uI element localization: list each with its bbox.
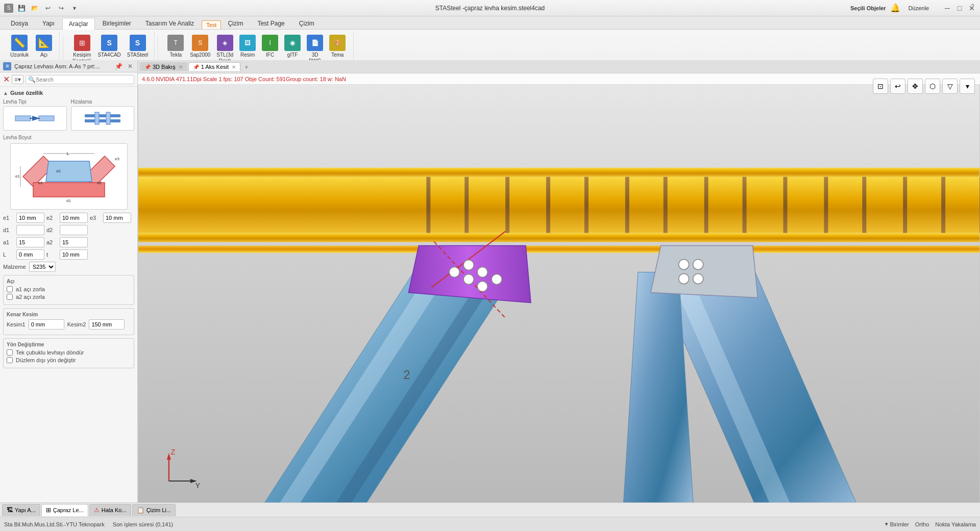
panel-pin-btn[interactable]: 📌 [113, 62, 124, 70]
tab-test-highlight[interactable]: Test [202, 20, 221, 29]
tab-testpage[interactable]: Test Page [251, 17, 291, 29]
minimize-button[interactable]: ─ [943, 4, 951, 12]
edit-label[interactable]: Düzenle [909, 5, 929, 11]
filter-expand-btn[interactable]: ▾ [960, 79, 975, 94]
btn-ifc[interactable]: I IFC [260, 34, 280, 59]
btn-sap2000[interactable]: S Sap2000 [188, 34, 212, 59]
a1-input[interactable] [16, 237, 44, 247]
ortho-status[interactable]: Ortho [915, 521, 929, 527]
undo-quickaccess[interactable]: ↩ [43, 3, 53, 13]
viewport[interactable]: 4.6.0 NVIDIA 471.11Dpi Scale 1 fps: 107 … [138, 73, 980, 517]
selected-objects-label: Seçili Objeler [850, 5, 886, 11]
duzlem-disi-checkbox[interactable] [7, 357, 13, 363]
a1-aci-zorla-checkbox[interactable] [7, 286, 13, 292]
tab-araclar[interactable]: Araçlar [62, 18, 95, 30]
L-input[interactable] [16, 249, 44, 260]
birimler-status[interactable]: ▾ Birimler [885, 521, 909, 527]
btn-stasteel[interactable]: S STASteel [125, 34, 151, 59]
redo-quickaccess[interactable]: ↪ [56, 3, 66, 13]
svg-point-60 [693, 274, 703, 284]
maximize-button[interactable]: □ [955, 4, 964, 12]
svg-rect-29 [584, 177, 589, 233]
tab-3d-close[interactable]: ✕ [179, 64, 183, 70]
bottom-tab-yapi[interactable]: 🏗 Yapı A... [2, 504, 40, 516]
panel-header: ⊞ Çapraz Levhası Asm: A-As ? prt:... 📌 ✕ [0, 60, 137, 72]
section-guse-ozellik[interactable]: ▲ Guse özellik [3, 90, 134, 96]
options-btn[interactable]: ≡▾ [12, 75, 23, 84]
tek-cubuklu-checkbox[interactable] [7, 349, 13, 356]
btn-aci[interactable]: 📐 Açı [33, 34, 55, 59]
bottom-tab-hata[interactable]: ⚠ Hata Ko... [89, 504, 131, 516]
svg-rect-35 [824, 177, 828, 233]
search-icon: 🔍 [28, 76, 36, 83]
new-tab-btn[interactable]: + [241, 62, 252, 72]
hizalama-col: Hizalama [71, 99, 135, 131]
kesim1-input[interactable] [29, 319, 64, 330]
panel-title: ⊞ Çapraz Levhası Asm: A-As ? prt:... [3, 62, 100, 70]
levha-hizalama-row: Levha Tipi Hizalama [3, 99, 134, 131]
kesim2-input[interactable] [89, 319, 125, 330]
open-quickaccess[interactable]: 📂 [30, 3, 40, 13]
a2-input[interactable] [60, 237, 88, 247]
tab-yapi[interactable]: Yapı [36, 17, 61, 29]
svg-marker-10 [46, 161, 92, 182]
fit-view-btn[interactable]: ⊡ [873, 79, 888, 94]
hizalama-selector[interactable] [71, 106, 135, 131]
ribbon-tab-bar: Dosya Yapı Araçlar Birleşimler Tasarım V… [0, 16, 980, 30]
cube-view-btn[interactable]: ⬡ [925, 79, 940, 94]
panel-close-btn[interactable]: ✕ [126, 62, 134, 70]
filter-btn[interactable]: ▽ [942, 79, 958, 94]
tab-dosya[interactable]: Dosya [4, 17, 35, 29]
e2-label: e2 [46, 215, 58, 221]
hata-tab-label: Hata Ko... [102, 507, 127, 513]
3ddwg-icon: 📄 [307, 35, 323, 51]
tab-tasarim[interactable]: Tasarım Ve Analiz [139, 17, 201, 29]
svg-rect-1 [39, 116, 54, 121]
tab-birlesimler[interactable]: Birleşimler [96, 17, 138, 29]
tek-cubuklu-row: Tek çubuklu levhayı döndür [7, 349, 131, 356]
svg-point-57 [679, 260, 689, 270]
move-view-btn[interactable]: ✥ [908, 79, 923, 94]
tab-1aks-close[interactable]: ✕ [232, 64, 236, 70]
bottom-tab-cizim[interactable]: 📋 Çizim Li... [132, 504, 176, 516]
search-box[interactable]: 🔍 [26, 75, 134, 84]
e1-input[interactable] [16, 213, 44, 223]
svg-rect-37 [903, 177, 907, 233]
tab-cizim2[interactable]: Çizim [292, 17, 321, 29]
a2-aci-zorla-checkbox[interactable] [7, 294, 13, 300]
malzeme-select[interactable]: S235 S275 S355 [29, 262, 56, 272]
search-input[interactable] [36, 77, 132, 83]
nokta-yakalama-status[interactable]: Nokta Yakalama [935, 521, 976, 527]
notification-icon[interactable]: 🔔 [890, 3, 900, 13]
undo-view-btn[interactable]: ↩ [890, 79, 905, 94]
L-label: L [3, 251, 14, 258]
tab-1aks-kesit[interactable]: 📌 1 Aks Kesit ✕ [188, 62, 240, 71]
levha-tipi-label: Levha Tipi [3, 99, 67, 105]
t-input[interactable] [60, 249, 88, 260]
e3-input[interactable] [103, 213, 131, 223]
levha-boyut-diagram: L e1 e3 d2 a1 a2 d1 [10, 143, 128, 210]
svg-rect-7 [106, 112, 110, 124]
tab-cizim[interactable]: Çizim [221, 17, 250, 29]
d1-input[interactable] [16, 225, 44, 235]
bottom-tab-capraz[interactable]: ⊞ Çapraz Le... [41, 504, 88, 516]
btn-sta4cad[interactable]: S STA4CAD [95, 34, 122, 59]
close-red-btn[interactable]: ✕ [3, 74, 10, 84]
levha-tipi-selector[interactable] [3, 106, 67, 131]
svg-point-55 [492, 274, 502, 285]
btn-gltf[interactable]: ◉ gITF [282, 34, 303, 59]
e2-input[interactable] [60, 213, 88, 223]
more-quickaccess[interactable]: ▾ [69, 3, 80, 13]
tab-3d-bakis[interactable]: 📌 3D Bakış ✕ [140, 62, 187, 71]
d2-input[interactable] [60, 225, 88, 235]
svg-point-50 [449, 267, 459, 277]
btn-uzunluk[interactable]: 📏 Uzunluk [8, 34, 31, 59]
svg-text:d2: d2 [56, 169, 61, 173]
btn-tema[interactable]: 🎨 Tema [327, 34, 348, 59]
ribbon-collapse-btn[interactable]: ⌃ [969, 2, 976, 12]
save-quickaccess[interactable]: 💾 [16, 3, 27, 13]
svg-text:e1: e1 [15, 174, 20, 179]
btn-tekla[interactable]: T Tekla [165, 34, 186, 59]
viewport-status: 4.6.0 NVIDIA 471.11Dpi Scale 1 fps: 107 … [138, 73, 980, 85]
btn-resim[interactable]: 🖼 Resim [237, 34, 258, 59]
